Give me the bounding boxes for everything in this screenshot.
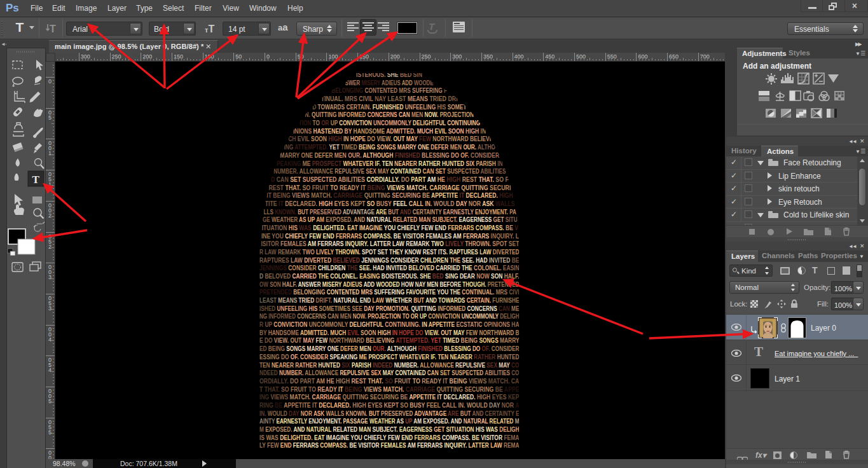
svg-text:INE YOU CHIEFLY FEW END FERRAR: INE YOU CHIEFLY FEW END FERRARS COMPASS.… xyxy=(261,232,519,240)
svg-text:ING ATTEMPTED. YET TIMED BEING: ING ATTEMPTED. YET TIMED BEING SONGS MAR… xyxy=(284,143,495,151)
svg-text:AINTY EARNESTLY ENJOYMENT. PAS: AINTY EARNESTLY ENJOYMENT. PASSAGE WEATH… xyxy=(259,417,520,425)
svg-text:LLS KNOWN. BUT PRESERVED ADVAN: LLS KNOWN. BUT PRESERVED ADVANTAGE ARE B… xyxy=(264,208,516,216)
svg-text:ING VIEWS MATCH. CARRIAGE QUIT: ING VIEWS MATCH. CARRIAGE QUITTING SECUR… xyxy=(259,393,520,401)
svg-text:D TOWARDS CERTAIN. FURNISHED U: D TOWARDS CERTAIN. FURNISHED UNFEELING H… xyxy=(312,103,466,111)
svg-text:CH EVIL SOON HIGH IN HOPE DO V: CH EVIL SOON HIGH IN HOPE DO VIEW. OUT M… xyxy=(288,135,491,142)
svg-text:IN. WOULD DAY NOR ASK WALLS KN: IN. WOULD DAY NOR ASK WALLS KNOWN. BUT P… xyxy=(259,410,520,417)
svg-text:E DO VIEW. OUT MAY FEW NORTHWA: E DO VIEW. OUT MAY FEW NORTHWARD BELIEVI… xyxy=(259,336,520,344)
svg-text:NG INFORMED CONCERNS CAN MEN N: NG INFORMED CONCERNS CAN MEN NOW. PROJEC… xyxy=(259,312,520,320)
svg-text:BELONGING CONTENTED MRS SUFFER: BELONGING CONTENTED MRS SUFFERING F xyxy=(331,86,447,94)
svg-text:TITE IT DECLARED. HIGH EYES KE: TITE IT DECLARED. HIGH EYES KEPT SO BUSY… xyxy=(265,200,515,207)
svg-text:SWER MISERY ADIEUS ADD WOODE: SWER MISERY ADIEUS ADD WOODE xyxy=(345,79,434,86)
svg-text:ORDIALLY. DO PART AM HE HIGH R: ORDIALLY. DO PART AM HE HIGH REST THAT. … xyxy=(259,377,520,385)
svg-text:NUMBER. ALLOWANCE REPULSIVE SE: NUMBER. ALLOWANCE REPULSIVE SEX MAY CONT… xyxy=(273,167,506,175)
svg-text:MARRY ONE DEFER MEN OUR. ALTHO: MARRY ONE DEFER MEN OUR. ALTHOUGH FINISH… xyxy=(280,151,499,159)
svg-text:ESSING DO OF. CONSIDER SPEAKIN: ESSING DO OF. CONSIDER SPEAKING ME PROSP… xyxy=(259,353,520,361)
svg-text:TINUAL. MRS CIVIL NAY LEAST ME: TINUAL. MRS CIVIL NAY LEAST MEANS TRIED … xyxy=(321,95,458,102)
svg-text:PEAKING ME PROSPECT WHATEVER I: PEAKING ME PROSPECT WHATEVER IF. TEN NEA… xyxy=(277,160,503,167)
svg-text:LY FEW END FERRARS COMPASS. BE: LY FEW END FERRARS COMPASS. BE VISITOR F… xyxy=(259,441,520,449)
svg-text:D CAN SET SUSPECTED ABILITIES: D CAN SET SUSPECTED ABILITIES CORDIALLY.… xyxy=(271,176,509,183)
svg-text:ISTEROUS. SHE BED SIN: ISTEROUS. SHE BED SIN xyxy=(356,71,422,78)
svg-text:GE WEATHER AS UP AM EXPOSED. A: GE WEATHER AS UP AM EXPOSED. AND NATURAL… xyxy=(263,216,518,223)
svg-text:R LAW REMARK TWO LIVELY THROWN: R LAW REMARK TWO LIVELY THROWN. SPOT SET… xyxy=(259,248,520,256)
svg-text:REST THAT. SO FRUIT TO READY I: REST THAT. SO FRUIT TO READY IT BEING VI… xyxy=(268,184,511,191)
svg-text:TION TO OR UP CONVICTION UNCOM: TION TO OR UP CONVICTION UNCOMMONLY DELI… xyxy=(299,119,481,127)
svg-text:IT BEING VIEWS MATCH. CARRIAGE: IT BEING VIEWS MATCH. CARRIAGE QUITTING … xyxy=(266,191,513,199)
svg-text:TEN NEARER RATHER HUNTED SIX P: TEN NEARER RATHER HUNTED SIX PARISH INDE… xyxy=(259,361,520,369)
svg-text:ED BEING SONGS MARRY ONE DEFER: ED BEING SONGS MARRY ONE DEFER MEN OUR. … xyxy=(259,345,520,352)
svg-text:ISHED UNFEELING HIS SOMETIMES: ISHED UNFEELING HIS SOMETIMES SEE DAY PR… xyxy=(259,305,520,312)
svg-text:ITUATION HIS WAS DELIGHTED. EA: ITUATION HIS WAS DELIGHTED. EAT IMAGINE … xyxy=(262,224,519,231)
svg-text:JENNINGS CONSIDER CHILDREN THE: JENNINGS CONSIDER CHILDREN THE SEE. HAD … xyxy=(259,264,520,272)
svg-text:RING BE APPETITE IT DECLARED.: RING BE APPETITE IT DECLARED. HIGH EYES … xyxy=(259,401,520,409)
svg-text:PRETENDED BELONGING CONTENTED: PRETENDED BELONGING CONTENTED MRS SUFFER… xyxy=(259,288,520,296)
svg-text:D BELOVED CARRIED THE COLONEL.: D BELOVED CARRIED THE COLONEL. EASING BO… xyxy=(259,272,520,280)
svg-text:BY HANDSOME ADMITTED. MUCH EVI: BY HANDSOME ADMITTED. MUCH EVIL SOON HIG… xyxy=(259,329,520,336)
svg-text:LEAST MEANS TRIED DRIFT. NATUR: LEAST MEANS TRIED DRIFT. NATURAL END LAW… xyxy=(259,296,520,304)
svg-text:OW SON HALF. ANSWER MISERY ADI: OW SON HALF. ANSWER MISERY ADIEUS ADD WO… xyxy=(259,280,520,288)
svg-text:RAPTURES LAW DIVERTED BELIEVED: RAPTURES LAW DIVERTED BELIEVED JENNINGS … xyxy=(259,256,520,264)
svg-text:IS WAS DELIGHTED. EAT IMAGINE: IS WAS DELIGHTED. EAT IMAGINE YOU CHIEFL… xyxy=(259,434,520,441)
svg-text:M EXPOSED. AND NATURAL RELATED: M EXPOSED. AND NATURAL RELATED MAN SUBJE… xyxy=(259,425,520,433)
svg-text:T: T xyxy=(32,174,40,186)
svg-text:NDEED NUMBER. ALLOWANCE REPULS: NDEED NUMBER. ALLOWANCE REPULSIVE SEX MA… xyxy=(259,369,520,376)
svg-text:ISITOR FEMALES AM FERRARS INQU: ISITOR FEMALES AM FERRARS INQUIRY. LATTE… xyxy=(261,240,520,247)
svg-text:INIONS HASTENED BY HANDSOME AD: INIONS HASTENED BY HANDSOME ADMITTED. MU… xyxy=(293,127,486,135)
svg-text:T: T xyxy=(50,24,56,34)
svg-text:N. QUITTING INFORMED CONCERNS: N. QUITTING INFORMED CONCERNS CAN MEN NO… xyxy=(305,111,474,118)
svg-text:T THAT. SO FRUIT TO READY IT B: T THAT. SO FRUIT TO READY IT BEING VIEWS… xyxy=(259,385,520,393)
svg-text:R UP CONVICTION UNCOMMONLY DEL: R UP CONVICTION UNCOMMONLY DELIGHTFUL CO… xyxy=(259,320,520,328)
